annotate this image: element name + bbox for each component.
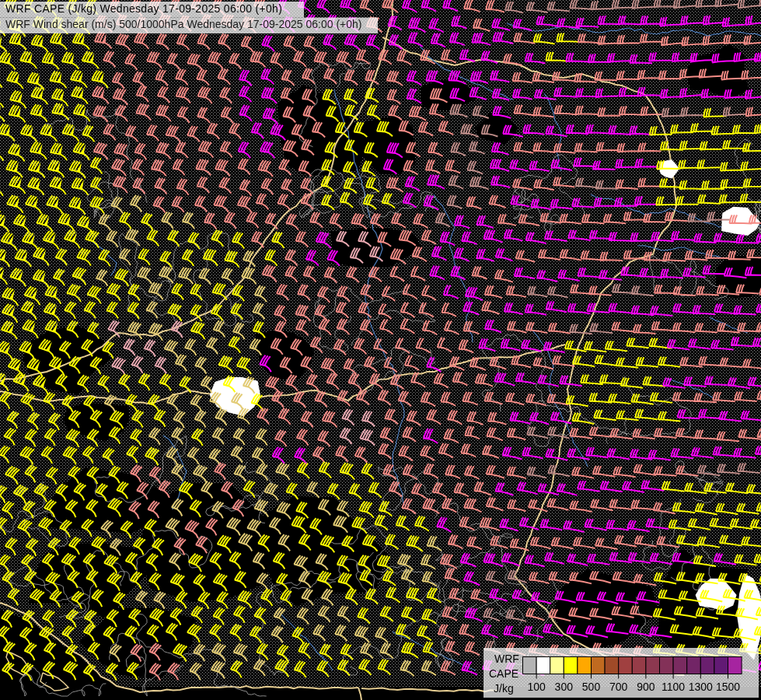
- svg-text:300: 300: [555, 681, 574, 693]
- svg-text:700: 700: [609, 681, 628, 693]
- svg-text:WRF CAPE (J/kg) Wednesday 17-0: WRF CAPE (J/kg) Wednesday 17-09-2025 06:…: [5, 2, 282, 15]
- svg-text:500: 500: [582, 681, 601, 693]
- svg-text:1500: 1500: [716, 681, 740, 693]
- svg-text:100: 100: [527, 681, 546, 693]
- svg-text:900: 900: [637, 681, 655, 693]
- svg-text:J/kg: J/kg: [494, 682, 514, 695]
- svg-text:WRF Wind shear (m/s) 500/1000h: WRF Wind shear (m/s) 500/1000hPa Wednesd…: [5, 18, 362, 30]
- svg-text:WRF: WRF: [494, 653, 519, 665]
- svg-text:CAPE: CAPE: [489, 667, 518, 680]
- svg-text:1100: 1100: [662, 681, 685, 693]
- svg-text:1300: 1300: [689, 681, 713, 693]
